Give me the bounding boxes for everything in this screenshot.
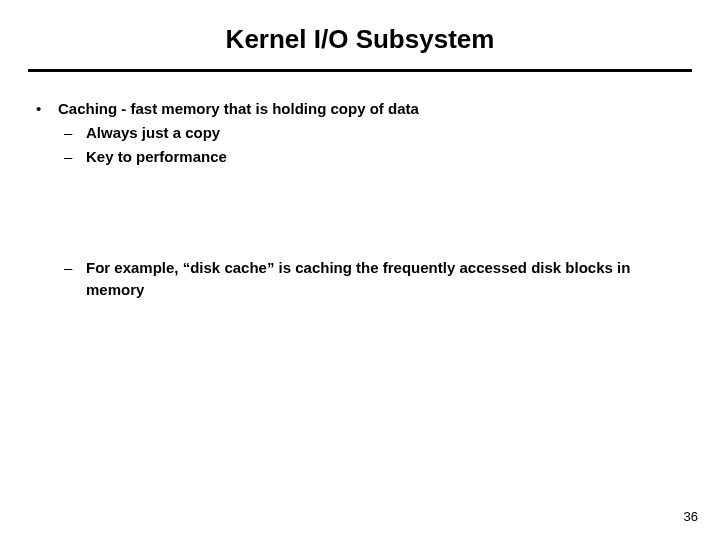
page-title: Kernel I/O Subsystem (0, 0, 720, 69)
spacer (58, 169, 690, 255)
list-item-text: Key to performance (86, 148, 227, 165)
sub-list: For example, “disk cache” is caching the… (58, 257, 690, 301)
list-item-text: Caching - fast memory that is holding co… (58, 100, 419, 117)
page-number: 36 (684, 509, 698, 524)
slide-body: Caching - fast memory that is holding co… (0, 72, 720, 301)
list-item: Caching - fast memory that is holding co… (30, 98, 690, 301)
list-item: Always just a copy (58, 122, 690, 144)
bullet-list: Caching - fast memory that is holding co… (30, 98, 690, 301)
list-item: For example, “disk cache” is caching the… (58, 257, 690, 301)
sub-list: Always just a copy Key to performance (58, 122, 690, 168)
list-item: Key to performance (58, 146, 690, 168)
slide: Kernel I/O Subsystem Caching - fast memo… (0, 0, 720, 540)
list-item-text: Always just a copy (86, 124, 220, 141)
list-item-text: For example, “disk cache” is caching the… (86, 259, 630, 298)
